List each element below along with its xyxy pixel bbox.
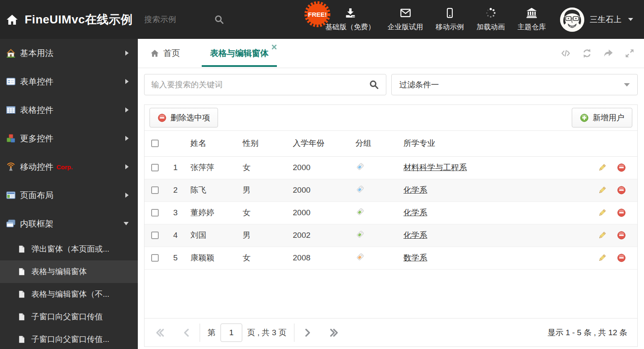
table-row[interactable]: 5 康颖颖 女 2008 数学系 [145, 247, 637, 269]
nav-item-enterprise-trial[interactable]: 企业版试用 [388, 7, 423, 32]
tag-icon [355, 230, 365, 239]
row-checkbox[interactable] [151, 232, 159, 239]
add-user-button[interactable]: 新增用户 [572, 108, 632, 127]
cell-gender: 男 [238, 224, 288, 247]
page-number-input[interactable] [221, 324, 242, 342]
user-menu[interactable]: 三生石上 [560, 8, 633, 32]
chevron-down-icon [628, 18, 633, 21]
select-all-checkbox[interactable] [151, 140, 159, 147]
delete-row-icon[interactable] [617, 253, 626, 262]
row-number: 2 [165, 179, 185, 201]
major-link[interactable]: 数学系 [403, 253, 427, 262]
keyword-search-input[interactable] [151, 80, 369, 89]
sidebar-subitem-child-to-parent-2[interactable]: 子窗口向父窗口传值... [0, 328, 138, 349]
delete-row-icon[interactable] [617, 208, 626, 217]
page-suffix: 页 , 共 3 页 [247, 327, 287, 338]
site-title: FineUIMvc在线示例 [25, 12, 133, 28]
tag-icon [355, 162, 365, 171]
sidebar-subitem-child-to-parent[interactable]: 子窗口向父窗口传值 [0, 306, 138, 328]
prev-page-button[interactable] [181, 327, 192, 338]
file-icon [18, 290, 26, 298]
tab-label: 首页 [163, 48, 180, 59]
cell-year: 2000 [288, 156, 350, 179]
tab-grid-edit-window[interactable]: 表格与编辑窗体 [202, 39, 277, 68]
cell-year: 2008 [288, 247, 350, 269]
table-row[interactable]: 4 刘国 男 2002 化学系 [145, 224, 637, 247]
fullscreen-icon[interactable] [624, 48, 635, 59]
cell-year: 2000 [288, 201, 350, 224]
sidebar-item-form-controls[interactable]: 表单控件 [0, 67, 138, 96]
tag-icon [355, 185, 365, 194]
envelope-icon [399, 7, 412, 19]
table-row[interactable]: 1 张萍萍 女 2000 材料科学与工程系 [145, 156, 637, 179]
sidebar-subitem-grid-edit-window-2[interactable]: 表格与编辑窗体（不... [0, 283, 138, 306]
row-checkbox[interactable] [151, 186, 159, 194]
edit-pencil-icon[interactable] [598, 253, 607, 262]
table-icon [6, 105, 16, 115]
sidebar-item-iframe[interactable]: 内联框架 [0, 209, 138, 238]
filter-dropdown[interactable]: 过滤条件一 [391, 74, 638, 95]
mobile-icon [444, 7, 455, 19]
layout-icon [6, 190, 16, 200]
search-icon[interactable] [214, 14, 225, 25]
row-checkbox[interactable] [151, 254, 159, 262]
cubes-icon [6, 133, 16, 143]
cell-gender: 女 [238, 156, 288, 179]
row-checkbox[interactable] [151, 164, 159, 171]
divider [294, 324, 294, 342]
edit-pencil-icon[interactable] [598, 163, 607, 172]
sidebar-subitem-popup-window[interactable]: 弹出窗体（本页面或... [0, 238, 138, 260]
next-page-button[interactable] [302, 327, 313, 338]
site-search-input[interactable] [145, 15, 207, 24]
sidebar-item-basic-usage[interactable]: 基本用法 [0, 39, 138, 67]
chevron-down-icon [124, 222, 129, 225]
delete-row-icon[interactable] [617, 231, 626, 240]
major-link[interactable]: 化学系 [403, 186, 427, 194]
sidebar: 基本用法 表单控件 表格控件 更多控件 移动控件Corp. 页面布局 [0, 39, 138, 349]
delete-row-icon[interactable] [617, 163, 626, 172]
nav-item-mobile-demo[interactable]: 移动示例 [436, 7, 464, 32]
delete-row-icon[interactable] [617, 186, 626, 195]
row-number: 1 [165, 156, 185, 179]
grid-empty-area [145, 270, 637, 318]
table-row[interactable]: 2 陈飞 男 2000 化学系 [145, 179, 637, 201]
row-checkbox[interactable] [151, 209, 159, 217]
sidebar-item-mobile-controls[interactable]: 移动控件Corp. [0, 153, 138, 181]
tab-bar: 首页 表格与编辑窗体 [138, 39, 644, 68]
nav-item-theme-repo[interactable]: 主题仓库 [517, 7, 546, 32]
file-icon [18, 267, 26, 276]
first-page-button[interactable] [155, 327, 165, 338]
tab-close-icon[interactable] [271, 44, 277, 50]
cell-gender: 女 [238, 247, 288, 269]
site-search [145, 14, 225, 25]
delete-selected-button[interactable]: 删除选中项 [150, 108, 218, 127]
home-button[interactable]: FineUIMvc在线示例 [6, 12, 133, 28]
column-header-year: 入学年份 [288, 131, 350, 156]
refresh-icon[interactable] [582, 48, 592, 59]
cell-name: 董婷婷 [185, 201, 238, 224]
plus-circle-icon [580, 113, 589, 122]
edit-pencil-icon[interactable] [598, 186, 607, 195]
major-link[interactable]: 化学系 [403, 208, 427, 217]
sidebar-item-grid-controls[interactable]: 表格控件 [0, 96, 138, 124]
last-page-button[interactable] [329, 327, 340, 338]
share-icon[interactable] [603, 48, 614, 59]
major-link[interactable]: 材料科学与工程系 [403, 163, 467, 172]
sidebar-subitem-grid-edit-window[interactable]: 表格与编辑窗体 [0, 260, 138, 283]
major-link[interactable]: 化学系 [403, 231, 427, 239]
sidebar-item-page-layout[interactable]: 页面布局 [0, 181, 138, 209]
page-prefix: 第 [208, 327, 216, 338]
column-header-gender: 性别 [238, 131, 288, 156]
tab-home[interactable]: 首页 [150, 39, 180, 68]
minus-circle-icon [157, 113, 167, 122]
edit-pencil-icon[interactable] [598, 208, 607, 217]
nav-item-basic-free[interactable]: FREE! 基础版（免费） [325, 7, 375, 32]
edit-pencil-icon[interactable] [598, 231, 607, 240]
cell-name: 陈飞 [185, 179, 238, 201]
tab-label: 表格与编辑窗体 [210, 48, 269, 59]
search-icon[interactable] [369, 79, 379, 90]
code-icon[interactable] [560, 48, 571, 59]
sidebar-item-more-controls[interactable]: 更多控件 [0, 124, 138, 153]
nav-item-loading-animation[interactable]: 加载动画 [477, 7, 505, 32]
table-row[interactable]: 3 董婷婷 女 2000 化学系 [145, 201, 637, 224]
